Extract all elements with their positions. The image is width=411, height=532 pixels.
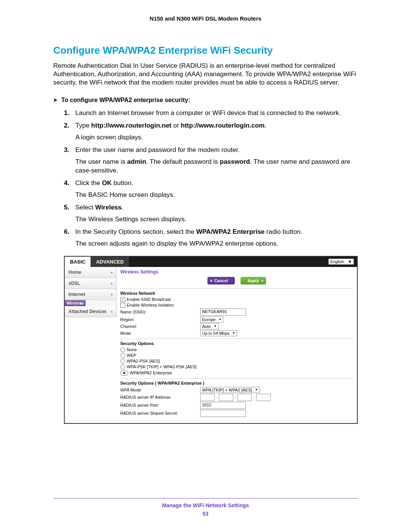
page-number: 53	[0, 511, 411, 517]
doc-header: N150 and N300 WiFi DSL Modem Routers	[53, 15, 358, 22]
radius-port-input[interactable]: 1812	[200, 402, 246, 409]
chevron-right-icon: ▸	[262, 279, 264, 283]
step-note: The screen adjusts again to display the …	[75, 240, 358, 248]
step-note: The user name is admin. The default pass…	[75, 158, 358, 175]
radio-wpa-wpa2-psk[interactable]	[120, 364, 125, 369]
step-number: 3.	[64, 146, 69, 155]
mode-label: Mode:	[120, 331, 200, 335]
radius-secret-input[interactable]	[200, 410, 246, 417]
step-note: The BASIC Home screen displays.	[75, 191, 358, 200]
ssid-input[interactable]: NETGEAR91	[200, 308, 246, 316]
step-2: 2. Type http://www.routerlogin.net or ht…	[64, 121, 358, 142]
section-security-options: Security Options	[120, 341, 353, 346]
sidebar-item-home[interactable]: Home▸	[65, 267, 116, 278]
chevron-right-icon: ▸	[80, 301, 82, 305]
step-5: 5. Select Wireless. The Wireless Setting…	[64, 203, 358, 224]
section-wireless-network: Wireless Network	[120, 291, 353, 296]
router-ui: BASIC ADVANCED English▼ Home▸ xDSL▸ Inte…	[64, 256, 358, 424]
wireless-isolation-checkbox[interactable]	[120, 303, 125, 308]
wpa-mode-label: WPA Mode:	[120, 388, 200, 392]
cancel-button[interactable]: ✕Cancel	[207, 277, 235, 284]
section-enterprise-options: Security Options ( WPA/WPA2 Enterprise )	[120, 381, 353, 385]
step-number: 4.	[64, 179, 69, 188]
chevron-down-icon: ▼	[255, 388, 258, 391]
radius-ip-octet-4[interactable]	[256, 394, 271, 401]
wireless-isolation-label: Enable Wireless Isolation	[127, 303, 174, 307]
chevron-right-icon: ▸	[111, 292, 113, 296]
panel-title: Wireless Settings	[120, 269, 353, 275]
wpa-mode-select[interactable]: WPA [TKIP] + WPA2 [AES]▼	[200, 387, 260, 393]
step-note: The Wireless Settings screen displays.	[75, 215, 358, 224]
sidebar-item-attached-devices[interactable]: Attached Devices▸	[65, 306, 116, 317]
radius-ip-label: RADIUS server IP Address:	[120, 395, 200, 399]
chevron-down-icon: ▼	[348, 259, 352, 264]
task-text: To configure WPA/WPA2 enterprise securit…	[61, 97, 190, 103]
sidebar-item-wireless[interactable]: Wireless▸	[65, 300, 86, 306]
region-select[interactable]: Europe▼	[200, 316, 223, 323]
radius-port-label: RADIUS server Port:	[120, 403, 200, 407]
radius-ip-octet-3[interactable]	[237, 394, 252, 401]
page-title: Configure WPA/WPA2 Enterprise WiFi Secur…	[53, 45, 358, 56]
radio-wpa-wpa2-enterprise[interactable]	[120, 370, 128, 376]
radius-ip-octet-1[interactable]	[200, 394, 215, 401]
radius-ip-octet-2[interactable]	[219, 394, 233, 401]
channel-label: Channel:	[120, 324, 200, 329]
task-heading: ➤To configure WPA/WPA2 enterprise securi…	[53, 97, 358, 104]
footer-text: Manage the WiFi Network Settings	[0, 502, 411, 508]
region-label: Region:	[120, 317, 200, 322]
step-note: A login screen displays.	[75, 133, 358, 142]
ssid-broadcast-checkbox[interactable]: ✓	[120, 297, 125, 302]
step-number: 5.	[64, 203, 69, 212]
step-6: 6. In the Security Options section, sele…	[64, 228, 358, 248]
arrow-icon: ➤	[53, 97, 57, 103]
mode-select[interactable]: Up to 54 Mbps▼	[200, 330, 237, 336]
step-number: 1.	[64, 109, 69, 118]
ssid-broadcast-label: Enable SSID Broadcast	[127, 297, 171, 302]
chevron-right-icon: ▸	[111, 281, 113, 285]
channel-select[interactable]: Auto▼	[200, 323, 219, 329]
radio-none[interactable]	[120, 347, 125, 352]
step-number: 2.	[64, 121, 69, 130]
chevron-down-icon: ▼	[233, 331, 236, 335]
chevron-down-icon: ▼	[214, 324, 217, 328]
tab-basic[interactable]: BASIC	[65, 257, 91, 267]
radio-wep[interactable]	[120, 353, 125, 358]
radio-wpa2-psk[interactable]	[120, 359, 125, 364]
sidebar-item-internet[interactable]: Internet▸	[65, 289, 116, 300]
chevron-down-icon: ▼	[218, 318, 221, 321]
step-1: 1. Launch an Internet browser from a com…	[64, 109, 358, 118]
intro-paragraph: Remote Authentication Dial In User Servi…	[53, 62, 358, 87]
sidebar: Home▸ xDSL▸ Internet▸ Wireless▸ Attached…	[65, 267, 116, 317]
chevron-right-icon: ▸	[111, 270, 113, 274]
step-4: 4. Click the OK button. The BASIC Home s…	[64, 179, 358, 200]
language-select[interactable]: English▼	[328, 259, 354, 265]
apply-button[interactable]: Apply▸	[241, 277, 266, 284]
sidebar-item-xdsl[interactable]: xDSL▸	[65, 278, 116, 289]
tab-advanced[interactable]: ADVANCED	[91, 257, 129, 267]
step-3: 3. Enter the user name and password for …	[64, 146, 358, 175]
ssid-label: Name (SSID):	[120, 310, 200, 314]
step-text: Launch an Internet browser from a comput…	[75, 109, 341, 117]
step-number: 6.	[64, 228, 69, 236]
chevron-right-icon: ▸	[111, 310, 113, 313]
close-icon: ✕	[210, 278, 213, 283]
page-footer: Manage the WiFi Network Settings 53	[0, 498, 411, 517]
radius-secret-label: RADIUS server Shared Secret:	[120, 411, 200, 415]
